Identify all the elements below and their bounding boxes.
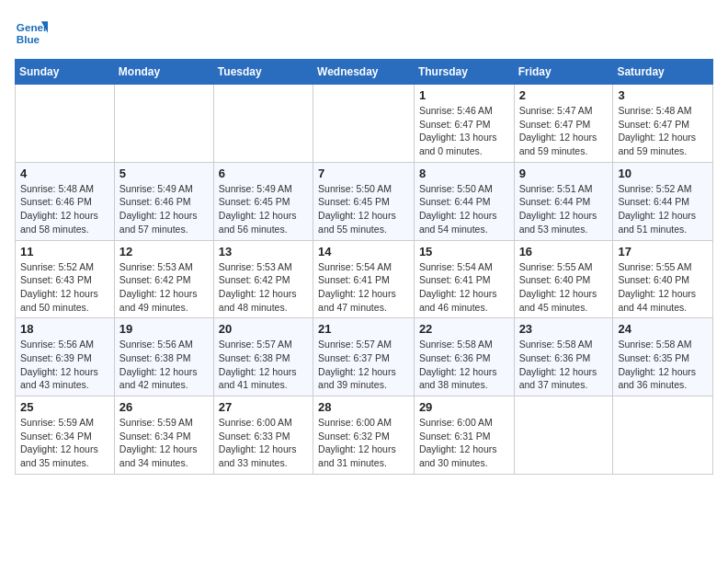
page-header: General Blue [15,15,713,48]
day-number: 21 [318,322,409,336]
calendar-cell: 9Sunrise: 5:51 AM Sunset: 6:44 PM Daylig… [514,162,613,240]
logo-icon: General Blue [15,15,48,48]
calendar-cell: 11Sunrise: 5:52 AM Sunset: 6:43 PM Dayli… [16,240,115,318]
calendar-cell [16,85,115,163]
day-number: 28 [318,400,409,414]
logo: General Blue [15,15,48,48]
calendar-week-3: 11Sunrise: 5:52 AM Sunset: 6:43 PM Dayli… [16,240,713,318]
day-number: 15 [419,245,509,259]
day-number: 5 [119,167,209,180]
day-number: 6 [219,167,308,180]
day-info: Sunrise: 5:56 AM Sunset: 6:39 PM Dayligh… [20,338,109,392]
day-info: Sunrise: 5:55 AM Sunset: 6:40 PM Dayligh… [618,260,708,315]
day-number: 1 [419,88,509,102]
weekday-header-sunday: Sunday [16,60,115,85]
day-info: Sunrise: 5:58 AM Sunset: 6:36 PM Dayligh… [519,338,609,392]
calendar-cell: 14Sunrise: 5:54 AM Sunset: 6:41 PM Dayli… [313,240,415,318]
calendar-cell: 8Sunrise: 5:50 AM Sunset: 6:44 PM Daylig… [414,162,514,240]
calendar-cell: 5Sunrise: 5:49 AM Sunset: 6:46 PM Daylig… [114,162,213,240]
day-number: 3 [618,88,708,102]
day-info: Sunrise: 5:51 AM Sunset: 6:44 PM Dayligh… [519,182,609,236]
day-info: Sunrise: 5:59 AM Sunset: 6:34 PM Dayligh… [119,416,209,470]
day-number: 17 [618,245,708,259]
calendar-cell: 23Sunrise: 5:58 AM Sunset: 6:36 PM Dayli… [514,318,613,396]
calendar-cell: 1Sunrise: 5:46 AM Sunset: 6:47 PM Daylig… [414,85,514,163]
calendar-week-2: 4Sunrise: 5:48 AM Sunset: 6:46 PM Daylig… [16,162,713,240]
calendar-cell: 15Sunrise: 5:54 AM Sunset: 6:41 PM Dayli… [414,240,514,318]
day-info: Sunrise: 5:57 AM Sunset: 6:38 PM Dayligh… [219,338,308,392]
weekday-header-friday: Friday [514,60,613,85]
day-info: Sunrise: 5:50 AM Sunset: 6:44 PM Dayligh… [419,182,509,236]
calendar-cell: 16Sunrise: 5:55 AM Sunset: 6:40 PM Dayli… [514,240,613,318]
day-info: Sunrise: 5:58 AM Sunset: 6:36 PM Dayligh… [419,338,509,392]
day-number: 4 [20,167,109,180]
day-number: 18 [20,322,109,336]
calendar-cell: 19Sunrise: 5:56 AM Sunset: 6:38 PM Dayli… [114,318,213,396]
calendar-cell: 27Sunrise: 6:00 AM Sunset: 6:33 PM Dayli… [213,396,313,475]
weekday-header-row: SundayMondayTuesdayWednesdayThursdayFrid… [16,60,713,85]
calendar-cell: 18Sunrise: 5:56 AM Sunset: 6:39 PM Dayli… [16,318,115,396]
day-info: Sunrise: 5:54 AM Sunset: 6:41 PM Dayligh… [419,260,509,315]
calendar-cell: 24Sunrise: 5:58 AM Sunset: 6:35 PM Dayli… [613,318,713,396]
calendar-cell: 21Sunrise: 5:57 AM Sunset: 6:37 PM Dayli… [313,318,415,396]
day-info: Sunrise: 5:58 AM Sunset: 6:35 PM Dayligh… [618,338,708,392]
day-number: 12 [119,245,209,259]
day-info: Sunrise: 5:48 AM Sunset: 6:46 PM Dayligh… [20,182,109,236]
calendar-cell: 4Sunrise: 5:48 AM Sunset: 6:46 PM Daylig… [16,162,115,240]
day-info: Sunrise: 5:52 AM Sunset: 6:44 PM Dayligh… [618,182,708,236]
day-number: 20 [219,322,308,336]
day-number: 14 [318,245,409,259]
calendar-cell: 17Sunrise: 5:55 AM Sunset: 6:40 PM Dayli… [613,240,713,318]
day-info: Sunrise: 6:00 AM Sunset: 6:31 PM Dayligh… [419,416,509,470]
day-info: Sunrise: 5:57 AM Sunset: 6:37 PM Dayligh… [318,338,409,392]
day-number: 10 [618,167,708,180]
weekday-header-monday: Monday [114,60,213,85]
day-info: Sunrise: 5:47 AM Sunset: 6:47 PM Dayligh… [519,104,609,158]
day-number: 26 [119,400,209,414]
day-number: 16 [519,245,609,259]
calendar-table: SundayMondayTuesdayWednesdayThursdayFrid… [15,59,713,475]
calendar-cell: 26Sunrise: 5:59 AM Sunset: 6:34 PM Dayli… [114,396,213,475]
calendar-week-5: 25Sunrise: 5:59 AM Sunset: 6:34 PM Dayli… [16,396,713,475]
calendar-cell [613,396,713,475]
day-number: 22 [419,322,509,336]
calendar-cell: 10Sunrise: 5:52 AM Sunset: 6:44 PM Dayli… [613,162,713,240]
calendar-cell [514,396,613,475]
day-number: 24 [618,322,708,336]
day-number: 25 [20,400,109,414]
calendar-cell: 29Sunrise: 6:00 AM Sunset: 6:31 PM Dayli… [414,396,514,475]
calendar-week-4: 18Sunrise: 5:56 AM Sunset: 6:39 PM Dayli… [16,318,713,396]
calendar-cell [313,85,415,163]
day-info: Sunrise: 5:52 AM Sunset: 6:43 PM Dayligh… [20,260,109,315]
calendar-cell: 20Sunrise: 5:57 AM Sunset: 6:38 PM Dayli… [213,318,313,396]
calendar-cell [114,85,213,163]
day-info: Sunrise: 5:59 AM Sunset: 6:34 PM Dayligh… [20,416,109,470]
calendar-cell: 28Sunrise: 6:00 AM Sunset: 6:32 PM Dayli… [313,396,415,475]
day-info: Sunrise: 5:49 AM Sunset: 6:45 PM Dayligh… [219,182,308,236]
day-number: 8 [419,167,509,180]
svg-text:Blue: Blue [17,33,40,45]
calendar-cell: 7Sunrise: 5:50 AM Sunset: 6:45 PM Daylig… [313,162,415,240]
calendar-cell: 13Sunrise: 5:53 AM Sunset: 6:42 PM Dayli… [213,240,313,318]
day-info: Sunrise: 6:00 AM Sunset: 6:32 PM Dayligh… [318,416,409,470]
weekday-header-wednesday: Wednesday [313,60,415,85]
day-number: 29 [419,400,509,414]
day-info: Sunrise: 5:55 AM Sunset: 6:40 PM Dayligh… [519,260,609,315]
calendar-week-1: 1Sunrise: 5:46 AM Sunset: 6:47 PM Daylig… [16,85,713,163]
calendar-cell: 6Sunrise: 5:49 AM Sunset: 6:45 PM Daylig… [213,162,313,240]
day-number: 11 [20,245,109,259]
day-info: Sunrise: 5:50 AM Sunset: 6:45 PM Dayligh… [318,182,409,236]
day-number: 23 [519,322,609,336]
calendar-cell: 3Sunrise: 5:48 AM Sunset: 6:47 PM Daylig… [613,85,713,163]
calendar-cell: 12Sunrise: 5:53 AM Sunset: 6:42 PM Dayli… [114,240,213,318]
day-info: Sunrise: 5:48 AM Sunset: 6:47 PM Dayligh… [618,104,708,158]
day-info: Sunrise: 5:46 AM Sunset: 6:47 PM Dayligh… [419,104,509,158]
day-info: Sunrise: 5:54 AM Sunset: 6:41 PM Dayligh… [318,260,409,315]
weekday-header-thursday: Thursday [414,60,514,85]
day-info: Sunrise: 5:56 AM Sunset: 6:38 PM Dayligh… [119,338,209,392]
day-number: 7 [318,167,409,180]
day-number: 9 [519,167,609,180]
calendar-cell: 22Sunrise: 5:58 AM Sunset: 6:36 PM Dayli… [414,318,514,396]
day-info: Sunrise: 5:49 AM Sunset: 6:46 PM Dayligh… [119,182,209,236]
calendar-cell [213,85,313,163]
